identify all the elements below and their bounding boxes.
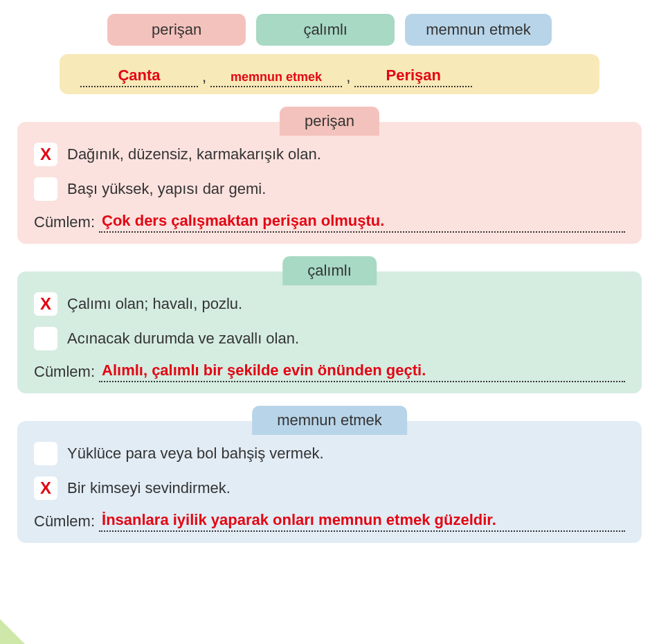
option-row: X Çalımı olan; havalı, pozlu.: [34, 292, 625, 316]
pill-perisan: perişan: [107, 14, 246, 46]
sentence-row: Cümlem: Alımlı, çalımlı bir şekilde evin…: [34, 361, 625, 382]
section-body-perisan: X Dağınık, düzensiz, karmakarışık olan. …: [17, 122, 642, 244]
section-memnun: memnun etmek Yüklüce para veya bol bahşi…: [17, 421, 642, 543]
option-row: X Bir kimseyi sevindirmek.: [34, 476, 625, 500]
section-header-calimli: çalımlı: [282, 256, 377, 285]
pill-calimli: çalımlı: [256, 14, 395, 46]
option-text: Dağınık, düzensiz, karmakarışık olan.: [67, 145, 321, 163]
checkbox[interactable]: X: [34, 476, 57, 500]
answer-blank-3[interactable]: Perişan: [354, 66, 472, 87]
checkbox[interactable]: [34, 442, 57, 465]
sentence-row: Cümlem: Çok ders çalışmaktan perişan olm…: [34, 212, 625, 233]
section-header-perisan: perişan: [280, 107, 379, 136]
section-body-memnun: Yüklüce para veya bol bahşiş vermek. X B…: [17, 421, 642, 543]
sentence-answer[interactable]: Alımlı, çalımlı bir şekilde evin önünden…: [99, 361, 625, 382]
checkbox[interactable]: [34, 327, 57, 350]
sentence-answer[interactable]: İnsanlara iyilik yaparak onları memnun e…: [99, 511, 625, 532]
answer-blank-2[interactable]: memnun etmek: [210, 70, 342, 87]
option-row: Acınacak durumda ve zavallı olan.: [34, 327, 625, 350]
option-text: Başı yüksek, yapısı dar gemi.: [67, 180, 266, 198]
option-text: Yüklüce para veya bol bahşiş vermek.: [67, 445, 324, 463]
separator: ,: [202, 68, 206, 87]
option-row: Yüklüce para veya bol bahşiş vermek.: [34, 442, 625, 465]
sentence-label: Cümlem:: [34, 512, 95, 532]
checkbox[interactable]: X: [34, 143, 57, 166]
section-perisan: perişan X Dağınık, düzensiz, karmakarışı…: [17, 122, 642, 244]
option-row: X Dağınık, düzensiz, karmakarışık olan.: [34, 143, 625, 166]
top-word-pills: perişan çalımlı memnun etmek: [10, 14, 649, 46]
section-body-calimli: X Çalımı olan; havalı, pozlu. Acınacak d…: [17, 271, 642, 393]
sentence-label: Cümlem:: [34, 363, 95, 382]
option-text: Acınacak durumda ve zavallı olan.: [67, 330, 299, 348]
sentence-row: Cümlem: İnsanlara iyilik yaparak onları …: [34, 511, 625, 532]
answer-blank-1[interactable]: Çanta: [80, 66, 198, 87]
option-text: Bir kimseyi sevindirmek.: [67, 479, 231, 497]
option-text: Çalımı olan; havalı, pozlu.: [67, 295, 242, 313]
answer-strip: Çanta , memnun etmek , Perişan: [60, 54, 599, 94]
separator: ,: [346, 68, 350, 87]
section-header-memnun: memnun etmek: [252, 406, 407, 435]
sentence-answer[interactable]: Çok ders çalışmaktan perişan olmuştu.: [99, 212, 625, 233]
checkbox[interactable]: X: [34, 292, 57, 316]
checkbox[interactable]: [34, 177, 57, 201]
sentence-label: Cümlem:: [34, 213, 95, 233]
section-calimli: çalımlı X Çalımı olan; havalı, pozlu. Ac…: [17, 271, 642, 393]
option-row: Başı yüksek, yapısı dar gemi.: [34, 177, 625, 201]
pill-memnun: memnun etmek: [405, 14, 552, 46]
